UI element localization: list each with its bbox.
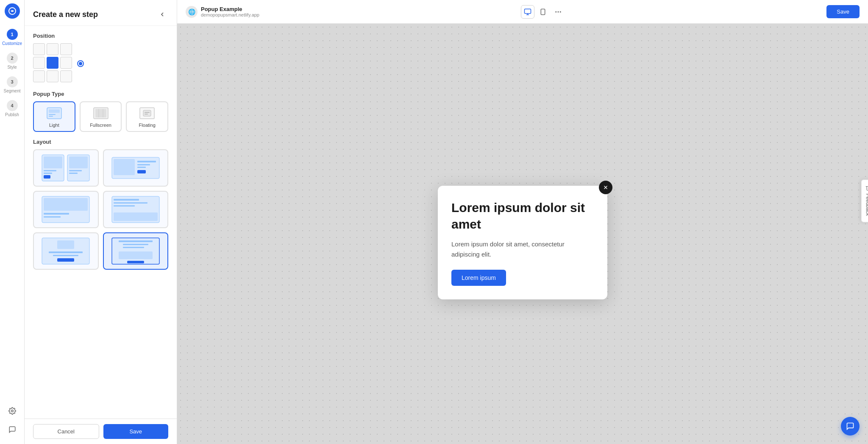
svg-rect-32 [44,216,61,218]
device-buttons [521,5,565,19]
type-card-floating[interactable]: Floating [126,101,168,132]
main-area: 🌐 Popup Example demopopupsmart.netlify.a… [177,0,868,444]
center-position-radio[interactable] [77,60,84,67]
floating-label: Floating [139,123,156,128]
nav-num-1: 1 [7,29,18,40]
layout-card-3[interactable] [33,191,99,228]
svg-rect-28 [137,170,146,173]
chat-bubble[interactable] [841,417,860,436]
desktop-icon [524,8,531,16]
layout-card-2[interactable] [103,149,169,187]
site-info: 🌐 Popup Example demopopupsmart.netlify.a… [186,6,259,18]
svg-rect-48 [127,261,144,263]
svg-rect-7 [95,109,106,117]
pos-cell-2-0[interactable] [33,70,45,82]
svg-rect-36 [114,202,147,204]
svg-rect-12 [145,112,150,113]
sidebar-label-segment: Segment [3,89,20,93]
popup-body-text: Lorem ipsum dolor sit amet, consectetur … [451,239,594,260]
back-icon [159,11,166,18]
fullscreen-label: Fullscreen [90,123,111,128]
logo-icon [8,7,17,15]
layout-preview-5 [40,236,91,266]
pos-cell-0-2[interactable] [60,43,72,55]
feedback-tab[interactable]: Feedback [861,179,868,222]
pos-cell-1-2[interactable] [60,57,72,69]
app-logo[interactable] [5,3,20,19]
pos-cell-0-1[interactable] [47,43,58,55]
popup-cta-button[interactable]: Lorem ipsum [451,270,506,286]
type-card-fullscreen[interactable]: Fullscreen [80,101,122,132]
svg-rect-25 [137,161,156,162]
layout-preview-2 [110,153,161,183]
settings-button[interactable] [5,403,20,419]
more-options-button[interactable] [551,5,565,19]
step-panel: Create a new step Position Pop [25,0,177,444]
pos-cell-1-1[interactable] [47,57,58,69]
svg-point-56 [556,11,556,12]
popup-type-row: Light Fullscreen [33,101,168,132]
position-label: Position [33,33,168,39]
chat-button-sidebar[interactable] [5,422,20,437]
mobile-device-button[interactable] [536,5,550,19]
svg-rect-42 [57,258,74,262]
layout-label: Layout [33,139,168,145]
svg-rect-16 [44,170,56,171]
save-button-panel[interactable]: Save [103,424,169,439]
gear-icon [8,407,16,415]
svg-rect-45 [123,244,148,245]
layout-preview-6 [110,236,161,266]
back-button[interactable] [156,8,168,20]
layout-preview-4 [110,195,161,224]
svg-rect-30 [44,198,88,211]
layout-card-4[interactable] [103,191,169,228]
svg-rect-18 [44,175,50,179]
panel-header: Create a new step [25,0,177,26]
light-type-icon [46,106,63,120]
svg-point-55 [560,11,561,12]
pos-cell-2-1[interactable] [47,70,58,82]
svg-rect-5 [49,116,53,117]
nav-num-3: 3 [7,76,18,87]
layout-card-6[interactable] [103,232,169,270]
svg-rect-41 [53,255,78,256]
pos-cell-1-0[interactable] [33,57,45,69]
svg-rect-24 [114,159,135,175]
type-card-light[interactable]: Light [33,101,75,132]
site-details: Popup Example demopopupsmart.netlify.app [201,6,259,17]
desktop-device-button[interactable] [521,5,534,19]
feedback-label: Feedback [865,193,868,216]
svg-point-1 [11,410,13,412]
sidebar-item-style[interactable]: 2 Style [0,49,24,73]
panel-footer: Cancel Save [25,419,177,444]
pos-cell-2-2[interactable] [60,70,72,82]
sidebar-item-customize[interactable]: 1 Customize [0,25,24,49]
svg-rect-44 [119,240,153,242]
svg-rect-37 [114,205,135,207]
svg-rect-3 [49,109,60,113]
site-title: Popup Example [201,6,259,12]
message-icon [8,426,16,433]
sidebar-item-publish[interactable]: 4 Publish [0,97,24,120]
pos-cell-0-0[interactable] [33,43,45,55]
svg-rect-39 [57,240,74,249]
svg-rect-17 [44,173,52,174]
layout-card-5[interactable] [33,232,99,270]
layout-preview-3 [40,195,91,224]
svg-rect-31 [44,213,69,215]
cancel-button[interactable]: Cancel [33,424,99,439]
layout-preview-1 [40,153,91,183]
svg-point-54 [558,11,559,12]
fullscreen-type-icon [92,106,109,120]
header-save-button[interactable]: Save [826,5,860,18]
popup-close-button[interactable] [599,181,612,194]
nav-num-2: 2 [7,53,18,64]
svg-rect-49 [525,9,531,14]
sidebar-label-customize: Customize [2,41,22,46]
svg-rect-34 [114,212,158,221]
layout-card-1[interactable] [33,149,99,187]
position-grid [33,43,72,82]
close-icon [603,184,609,190]
sidebar-label-publish: Publish [5,112,19,117]
sidebar-item-segment[interactable]: 3 Segment [0,73,24,97]
